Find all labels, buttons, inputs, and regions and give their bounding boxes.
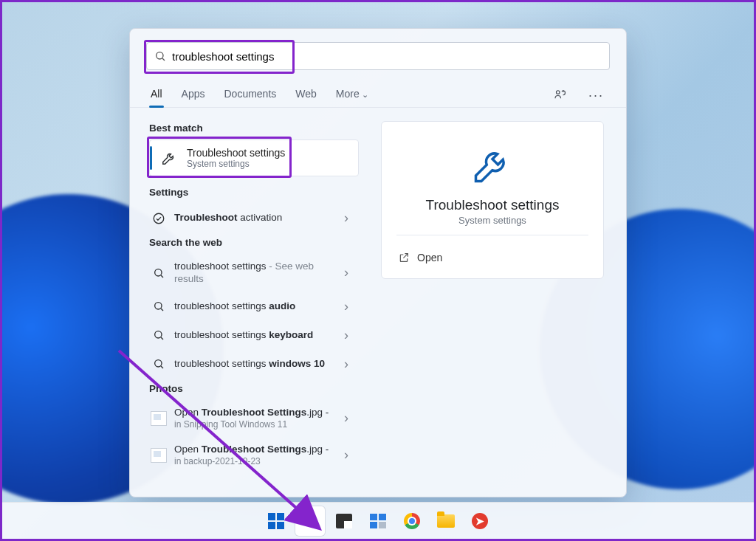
search-icon (151, 300, 167, 312)
open-external-icon (398, 252, 410, 263)
windows-logo-icon (268, 513, 284, 529)
preview-card: Troubleshoot settings System settings Op… (381, 121, 604, 279)
tab-documents[interactable]: Documents (222, 83, 278, 107)
svg-point-3 (154, 213, 164, 224)
search-input[interactable] (166, 50, 602, 63)
taskbar: ➤ (2, 502, 754, 539)
section-photos: Photos (149, 383, 359, 394)
app-button[interactable]: ➤ (465, 506, 495, 536)
preview-title: Troubleshoot settings (426, 197, 560, 213)
check-circle-icon (151, 212, 167, 225)
chevron-right-icon: › (344, 356, 353, 372)
chrome-button[interactable] (397, 506, 427, 536)
search-icon (151, 329, 167, 341)
svg-point-4 (155, 269, 162, 276)
web-result[interactable]: troubleshoot settings audio › (149, 292, 359, 321)
chevron-right-icon: › (344, 210, 353, 226)
settings-result[interactable]: Troubleshoot activation › (149, 204, 359, 232)
chrome-icon (404, 513, 420, 529)
tab-more[interactable]: More⌄ (334, 83, 370, 107)
chevron-right-icon: › (344, 265, 353, 280)
chevron-right-icon: › (344, 328, 353, 343)
preview-subtitle: System settings (458, 215, 526, 226)
svg-line-7 (161, 309, 163, 311)
svg-line-1 (162, 58, 165, 61)
folder-icon (437, 514, 455, 528)
svg-point-0 (157, 52, 163, 59)
chevron-right-icon: › (344, 447, 353, 463)
more-options-icon[interactable]: ··· (585, 85, 607, 106)
start-button[interactable] (261, 506, 291, 536)
taskbar-search-button[interactable] (295, 506, 325, 536)
task-view-icon (336, 514, 352, 528)
search-panel: All Apps Documents Web More⌄ ··· Best ma… (129, 28, 627, 497)
search-icon (154, 50, 166, 62)
account-sync-icon[interactable] (550, 85, 569, 106)
web-result[interactable]: troubleshoot settings - See web results … (149, 254, 359, 292)
preview-column: Troubleshoot settings System settings Op… (359, 108, 626, 497)
search-icon (302, 513, 318, 529)
svg-point-8 (155, 331, 162, 338)
svg-point-2 (556, 90, 560, 94)
filter-tabs: All Apps Documents Web More⌄ ··· (130, 76, 626, 108)
svg-line-14 (313, 524, 316, 527)
search-box[interactable] (146, 42, 610, 70)
best-match-item[interactable]: Troubleshoot settings System settings (149, 139, 359, 176)
section-best-match: Best match (149, 123, 359, 134)
image-thumbnail-icon (151, 448, 167, 463)
svg-line-11 (161, 366, 163, 368)
best-match-title: Troubleshoot settings (187, 147, 285, 159)
wrench-icon (159, 150, 179, 166)
section-settings: Settings (149, 187, 359, 198)
svg-point-13 (305, 515, 315, 525)
chevron-right-icon: › (344, 299, 353, 314)
svg-line-5 (161, 275, 163, 278)
tab-web[interactable]: Web (294, 83, 318, 107)
chevron-right-icon: › (344, 410, 353, 426)
web-result[interactable]: troubleshoot settings windows 10 › (149, 350, 359, 379)
photo-result[interactable]: Open Troubleshoot Settings.jpg - in back… (149, 437, 359, 474)
widgets-button[interactable] (363, 506, 393, 536)
image-thumbnail-icon (151, 411, 167, 426)
widgets-icon (370, 514, 386, 528)
svg-point-6 (155, 303, 162, 309)
photo-result[interactable]: Open Troubleshoot Settings.jpg - in Snip… (149, 400, 359, 437)
wrench-icon (466, 138, 519, 191)
tab-apps[interactable]: Apps (180, 83, 207, 107)
file-explorer-button[interactable] (431, 506, 461, 536)
task-view-button[interactable] (329, 506, 359, 536)
tab-all[interactable]: All (149, 83, 164, 107)
section-search-web: Search the web (149, 237, 359, 248)
svg-point-10 (155, 360, 162, 367)
svg-line-9 (161, 337, 163, 340)
search-icon (151, 358, 167, 370)
web-result[interactable]: troubleshoot settings keyboard › (149, 321, 359, 350)
search-icon (151, 267, 167, 279)
results-column: Best match Troubleshoot settings System … (130, 108, 359, 497)
best-match-subtitle: System settings (187, 159, 285, 169)
app-icon: ➤ (472, 513, 488, 529)
open-action[interactable]: Open (396, 249, 444, 266)
